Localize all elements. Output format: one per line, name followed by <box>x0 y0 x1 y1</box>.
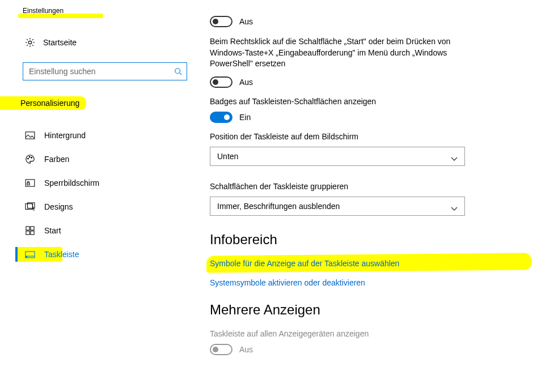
sidebar: Einstellungen Startseite Personalisierun… <box>0 0 193 266</box>
category-label: Personalisierung <box>0 96 86 110</box>
main-content: Aus Beim Rechtsklick auf die Schaltfläch… <box>210 16 527 364</box>
search-input[interactable] <box>29 67 174 76</box>
gear-icon <box>25 37 35 48</box>
picture-icon <box>25 130 35 140</box>
nav-label: Hintergrund <box>44 131 86 140</box>
group-select[interactable]: Immer, Beschriftungen ausblenden <box>210 197 465 216</box>
window-title-row: Einstellungen <box>0 5 193 16</box>
toggle-switch[interactable] <box>210 112 232 123</box>
window-title: Einstellungen <box>23 7 64 15</box>
toggle-setting-powershell: Aus <box>210 76 527 88</box>
category-header: Personalisierung <box>0 95 193 110</box>
position-label: Position der Taskleiste auf dem Bildschi… <box>210 132 527 141</box>
svg-rect-15 <box>26 257 27 257</box>
select-value: Unten <box>217 152 238 161</box>
section-infobereich: Infobereich <box>210 232 527 248</box>
toggle-setting-badges: Ein <box>210 112 527 123</box>
nav-label: Start <box>44 226 61 235</box>
svg-point-3 <box>28 158 29 159</box>
toggle-setting-1: Aus <box>210 16 527 27</box>
svg-point-0 <box>28 41 31 44</box>
svg-rect-11 <box>31 227 34 230</box>
svg-rect-2 <box>26 132 35 139</box>
svg-point-1 <box>175 69 180 74</box>
search-icon <box>174 67 182 75</box>
svg-rect-13 <box>31 231 34 235</box>
nav-label: Farben <box>44 155 69 164</box>
designs-icon <box>25 202 35 212</box>
multi-label: Taskleiste auf allen Anzeigegeräten anze… <box>210 329 527 338</box>
powershell-description: Beim Rechtsklick auf die Schaltfläche „S… <box>210 36 459 70</box>
toggle-switch[interactable] <box>210 76 232 88</box>
chevron-down-icon <box>451 154 458 159</box>
chevron-down-icon <box>451 204 458 208</box>
svg-point-5 <box>31 157 32 158</box>
home-label: Startseite <box>43 38 77 47</box>
nav-list: Hintergrund Farben Sperrbildschirm <box>0 123 193 266</box>
toggle-state: Aus <box>239 345 253 354</box>
taskbar-icon <box>25 249 35 259</box>
sidebar-item-farben[interactable]: Farben <box>0 147 193 171</box>
toggle-switch <box>210 344 232 355</box>
svg-rect-7 <box>27 183 29 185</box>
toggle-state: Aus <box>239 78 253 87</box>
sidebar-item-start[interactable]: Start <box>0 219 193 242</box>
toggle-setting-multi: Aus <box>210 344 527 355</box>
nav-label: Designs <box>44 202 73 211</box>
svg-rect-12 <box>26 231 29 235</box>
search-input-container[interactable] <box>23 62 187 80</box>
sidebar-item-sperrbildschirm[interactable]: Sperrbildschirm <box>0 171 193 195</box>
sidebar-item-designs[interactable]: Designs <box>0 195 193 219</box>
link-select-icons[interactable]: Symbole für die Anzeige auf der Taskleis… <box>210 259 527 268</box>
sidebar-item-taskleiste[interactable]: Taskleiste <box>0 242 193 266</box>
group-label: Schaltflächen der Taskleiste gruppieren <box>210 182 527 191</box>
svg-point-4 <box>29 156 30 157</box>
badges-label: Badges auf Taskleisten-Schaltflächen anz… <box>210 97 527 106</box>
position-select[interactable]: Unten <box>210 147 465 166</box>
lockscreen-icon <box>25 178 35 188</box>
toggle-state: Aus <box>239 17 253 26</box>
nav-label: Sperrbildschirm <box>44 178 99 188</box>
start-icon <box>25 225 35 236</box>
nav-label: Taskleiste <box>44 250 79 259</box>
svg-rect-10 <box>26 227 29 230</box>
select-value: Immer, Beschriftungen ausblenden <box>217 202 340 211</box>
palette-icon <box>25 154 35 164</box>
toggle-switch[interactable] <box>210 16 232 27</box>
section-multiple-displays: Mehrere Anzeigen <box>210 302 527 318</box>
sidebar-item-hintergrund[interactable]: Hintergrund <box>0 123 193 147</box>
home-button[interactable]: Startseite <box>0 33 193 52</box>
toggle-state: Ein <box>239 113 251 122</box>
link-system-icons[interactable]: Systemsymbole aktivieren oder deaktivier… <box>210 278 527 287</box>
